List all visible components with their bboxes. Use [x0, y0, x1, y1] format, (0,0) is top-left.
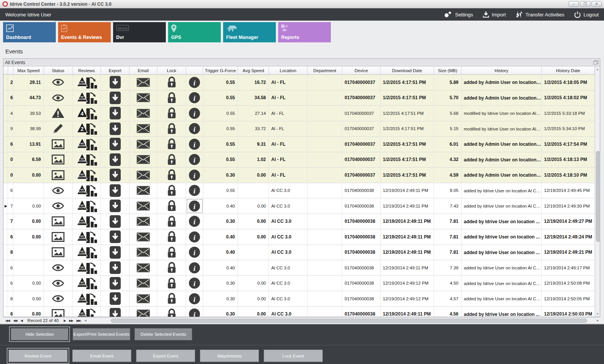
email-icon[interactable] — [130, 168, 157, 183]
export-icon[interactable] — [101, 276, 130, 291]
email-icon[interactable] — [130, 309, 157, 317]
export-icon[interactable] — [101, 245, 130, 260]
lock-icon[interactable] — [157, 154, 186, 166]
email-icon[interactable] — [130, 124, 157, 133]
transfer-activities-button[interactable]: Transfer Activities — [516, 11, 564, 18]
reviews-cell[interactable]: NO SCORE — [73, 168, 101, 183]
lock-icon[interactable] — [157, 92, 186, 104]
lock-icon[interactable] — [157, 185, 186, 196]
reviews-cell[interactable]: NO SCORE — [73, 307, 101, 317]
info-icon[interactable]: i — [186, 169, 203, 181]
reviews-cell[interactable]: NO SCORE — [73, 183, 101, 198]
reviews-cell[interactable]: NO SCORE — [73, 90, 101, 106]
next-page-button[interactable]: ▶▶ — [69, 319, 73, 322]
info-icon[interactable]: i — [186, 198, 203, 214]
export-icon[interactable] — [101, 107, 129, 119]
lock-icon[interactable] — [157, 291, 186, 306]
export-icon[interactable] — [101, 168, 130, 183]
export-icon[interactable] — [101, 106, 130, 121]
review-score-icon[interactable]: NO SCORE — [73, 307, 100, 317]
scroll-right-icon[interactable]: ▶ — [596, 319, 600, 322]
export-icon[interactable] — [101, 153, 129, 166]
column-header-reviews[interactable]: Reviews — [73, 66, 101, 75]
column-header-location[interactable]: Location — [269, 66, 308, 75]
email-icon[interactable] — [130, 186, 157, 195]
table-row[interactable]: ▶70.00 NO SCORE i0.400.00Al CC 3.0017040… — [3, 198, 595, 214]
email-icon[interactable] — [130, 245, 157, 260]
review-score-icon[interactable]: NO SCORE — [73, 230, 100, 244]
email-icon[interactable] — [130, 183, 157, 198]
info-icon[interactable]: i — [186, 245, 203, 260]
reviews-cell[interactable]: NO SCORE — [73, 260, 101, 275]
lock-icon[interactable] — [157, 245, 186, 260]
reviews-cell[interactable]: NO SCORE — [73, 152, 101, 168]
lock-icon[interactable] — [157, 246, 186, 258]
export-icon[interactable] — [101, 246, 129, 259]
export-icon[interactable] — [101, 215, 129, 228]
column-header-8[interactable] — [186, 66, 203, 75]
email-icon[interactable] — [130, 75, 157, 90]
lock-icon[interactable] — [157, 216, 186, 227]
lock-icon[interactable] — [157, 308, 186, 317]
restore-panel-icon[interactable] — [593, 60, 598, 64]
export-icon[interactable] — [101, 198, 130, 214]
email-icon[interactable] — [130, 276, 157, 291]
export-event-button[interactable]: Export Event — [136, 350, 195, 362]
export-icon[interactable] — [101, 308, 129, 317]
export-icon[interactable] — [101, 183, 130, 198]
vertical-scrollbar[interactable]: ▲ ▼ — [595, 66, 600, 317]
tab-dashboard[interactable]: Dashboard — [3, 22, 56, 42]
scroll-down-icon[interactable]: ▼ — [595, 311, 600, 317]
email-icon[interactable] — [130, 229, 157, 245]
export-icon[interactable] — [101, 200, 129, 212]
info-icon[interactable]: i — [186, 276, 203, 291]
import-button[interactable]: Import — [483, 11, 506, 18]
reviews-cell[interactable]: 4 — [73, 106, 101, 121]
table-row[interactable]: 938.99 2 i0.5533.72Al - FL0170400000371/… — [3, 121, 595, 137]
review-score-icon[interactable]: NO SCORE — [73, 91, 100, 105]
attachments-button[interactable]: Attachments — [200, 350, 259, 362]
table-row[interactable]: 60.00 NO SCORE i0.400.00Al CC 3.00170400… — [3, 229, 595, 245]
minimize-button[interactable]: – — [568, 1, 579, 7]
table-row[interactable]: 8 NO SCORE i0.40Al CC 3.001704000003812/… — [3, 245, 595, 261]
email-icon[interactable] — [130, 307, 157, 317]
review-score-icon[interactable]: NO SCORE — [73, 199, 100, 213]
email-icon[interactable] — [130, 260, 157, 275]
review-score-icon[interactable]: NO SCORE — [73, 76, 100, 89]
column-header-download-date[interactable]: Download Date — [381, 66, 434, 75]
lock-icon[interactable] — [157, 106, 186, 121]
review-score-icon[interactable]: NO SCORE — [73, 245, 100, 259]
email-icon[interactable] — [130, 121, 157, 137]
review-score-icon[interactable]: NO SCORE — [73, 153, 100, 166]
logout-button[interactable]: Logout — [574, 11, 599, 18]
review-score-icon[interactable]: NO SCORE — [73, 261, 100, 275]
reviews-cell[interactable]: NO SCORE — [73, 229, 101, 245]
export-icon[interactable] — [101, 152, 130, 168]
close-button[interactable]: ✕ — [591, 1, 602, 7]
column-header-export[interactable]: Export — [101, 66, 130, 75]
email-icon[interactable] — [130, 198, 157, 214]
lock-icon[interactable] — [157, 231, 186, 243]
lock-icon[interactable] — [157, 152, 186, 168]
info-icon[interactable]: i — [186, 183, 203, 198]
table-row[interactable]: 00.00 NO SCORE i0.300.00Al - FL017040000… — [3, 168, 595, 183]
lock-icon[interactable] — [157, 90, 186, 106]
export-icon[interactable] — [101, 214, 130, 229]
info-icon[interactable]: i — [186, 77, 203, 88]
tab-fleet-manager[interactable]: Fleet Manager — [223, 22, 276, 42]
table-row[interactable]: 644.73 NO SCORE i0.5534.58Al - FL0170400… — [3, 90, 595, 106]
lock-icon[interactable] — [157, 277, 186, 289]
vertical-scroll-thumb[interactable] — [596, 151, 600, 242]
lock-icon[interactable] — [157, 200, 186, 212]
email-icon[interactable] — [130, 78, 157, 87]
column-header-email[interactable]: Email — [130, 66, 157, 75]
lock-icon[interactable] — [157, 169, 186, 181]
export-icon[interactable] — [101, 292, 129, 305]
lock-icon[interactable] — [157, 183, 186, 198]
review-score-icon[interactable]: NO SCORE — [73, 137, 100, 151]
table-row[interactable]: 80.00 NO SCORE i0.300.00Al CC 3.00170400… — [3, 291, 595, 307]
export-icon[interactable] — [101, 260, 130, 275]
info-icon[interactable]: i — [186, 293, 203, 304]
export-icon[interactable] — [101, 122, 129, 135]
horizontal-scrollbar[interactable] — [88, 318, 594, 323]
